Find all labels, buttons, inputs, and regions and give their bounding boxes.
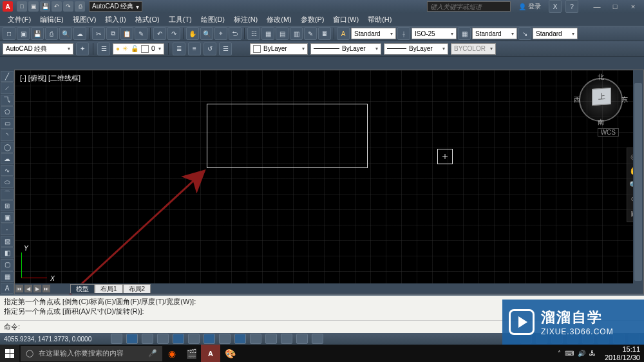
- viewcube-east[interactable]: 东: [621, 95, 628, 104]
- rectangle-icon[interactable]: ▭: [1, 118, 14, 129]
- linetype-dropdown[interactable]: ByLayer▾: [310, 43, 381, 55]
- circle-icon[interactable]: ◯: [1, 142, 14, 153]
- viewcube-top-face[interactable]: 上: [592, 88, 611, 106]
- layer-dropdown[interactable]: ● ☀ 🔓 0 ▾: [113, 43, 164, 55]
- dim-style-icon[interactable]: ⟊: [397, 27, 410, 40]
- menu-help[interactable]: 帮助(H): [364, 14, 395, 26]
- menu-edit[interactable]: 编辑(E): [36, 14, 68, 26]
- spline-icon[interactable]: ∿: [1, 165, 14, 176]
- new-file-icon[interactable]: □: [3, 27, 15, 40]
- tray-ime-icon[interactable]: ⌨: [565, 350, 574, 357]
- table-style-icon[interactable]: ▦: [458, 27, 471, 40]
- publish-icon[interactable]: ☁: [73, 27, 86, 40]
- tray-up-icon[interactable]: ˄: [558, 350, 561, 357]
- polygon-icon[interactable]: ⬠: [1, 106, 14, 117]
- lwt-toggle-icon[interactable]: [250, 334, 261, 344]
- taskbar-search[interactable]: ◯ 在这里输入你要搜索的内容 🎤: [21, 346, 162, 361]
- workspace-dropdown[interactable]: AutoCAD 经典 ▾: [89, 1, 142, 12]
- qp-toggle-icon[interactable]: [281, 334, 292, 344]
- menu-format[interactable]: 格式(O): [131, 14, 164, 26]
- sc-toggle-icon[interactable]: [296, 334, 308, 344]
- tab-model[interactable]: 模型: [70, 284, 95, 293]
- menu-parametric[interactable]: 参数(P): [297, 14, 328, 26]
- menu-insert[interactable]: 插入(I): [101, 14, 129, 26]
- view-cube[interactable]: 上 北 南 东 西: [575, 74, 627, 126]
- tab-last-icon[interactable]: ⏭: [43, 285, 50, 292]
- app-icon[interactable]: A: [3, 1, 13, 12]
- tray-network-icon[interactable]: 🖧: [589, 350, 596, 357]
- design-center-icon[interactable]: ▦: [261, 27, 274, 40]
- mleader-style-dropdown[interactable]: Standard▾: [533, 28, 578, 39]
- wcs-label[interactable]: WCS: [598, 128, 619, 137]
- tab-layout1[interactable]: 布局1: [95, 284, 123, 293]
- viewcube-west[interactable]: 西: [574, 95, 580, 104]
- table-style-dropdown[interactable]: Standard▾: [472, 28, 517, 39]
- point-icon[interactable]: ·: [1, 224, 14, 234]
- drawn-rectangle[interactable]: [207, 104, 368, 168]
- signin-button[interactable]: 👤 登录: [515, 2, 545, 11]
- menu-dimension[interactable]: 标注(N): [230, 14, 261, 26]
- zoom-prev-icon[interactable]: ⮌: [229, 27, 242, 40]
- tab-prev-icon[interactable]: ◀: [24, 285, 32, 292]
- tab-first-icon[interactable]: ⏮: [15, 285, 23, 292]
- tool-palette-icon[interactable]: ▤: [276, 27, 289, 40]
- tab-next-icon[interactable]: ▶: [33, 285, 41, 292]
- layer-props-icon[interactable]: ☰: [97, 43, 110, 55]
- zoom-icon[interactable]: 🔍: [200, 27, 213, 40]
- taskbar-app-autocad[interactable]: A: [201, 345, 220, 362]
- dyn-toggle-icon[interactable]: [234, 334, 246, 344]
- ortho-toggle-icon[interactable]: [142, 334, 153, 344]
- arc-icon[interactable]: ◝: [1, 129, 14, 140]
- taskbar-app-paint[interactable]: 🎨: [220, 345, 240, 362]
- mtext-icon[interactable]: A: [1, 283, 14, 294]
- system-tray[interactable]: ˄ ⌨ 🔊 🖧: [553, 350, 601, 357]
- open-file-icon[interactable]: ▣: [17, 27, 30, 40]
- xline-icon[interactable]: ⟋: [1, 82, 14, 93]
- help-search-input[interactable]: [427, 1, 511, 12]
- cut-icon[interactable]: ✂: [92, 27, 105, 40]
- start-button[interactable]: [0, 345, 19, 362]
- tray-volume-icon[interactable]: 🔊: [578, 350, 585, 357]
- menu-draw[interactable]: 绘图(D): [197, 14, 229, 26]
- layer-match-icon[interactable]: ≡: [188, 43, 201, 55]
- calc-icon[interactable]: 🖩: [318, 27, 331, 40]
- plot-icon[interactable]: ⎙: [45, 27, 58, 40]
- viewcube-south[interactable]: 南: [598, 118, 604, 127]
- save-file-icon[interactable]: 💾: [31, 27, 44, 40]
- workspace-combo[interactable]: AutoCAD 经典▾: [3, 43, 73, 55]
- minimize-button[interactable]: —: [589, 1, 605, 12]
- viewport-label[interactable]: [-] [俯视] [二维线框]: [19, 73, 82, 84]
- ellipse-icon[interactable]: ⬭: [1, 176, 14, 187]
- menu-file[interactable]: 文件(F): [4, 14, 35, 26]
- viewcube-north[interactable]: 北: [598, 73, 604, 82]
- text-style-dropdown[interactable]: Standard▾: [351, 28, 396, 39]
- ducs-toggle-icon[interactable]: [219, 334, 231, 344]
- tpy-toggle-icon[interactable]: [265, 334, 277, 344]
- taskbar-app-1[interactable]: ◉: [162, 345, 182, 362]
- markup-icon[interactable]: ✎: [304, 27, 317, 40]
- redo-icon[interactable]: ↷: [63, 1, 73, 12]
- region-icon[interactable]: ▢: [1, 259, 14, 270]
- save-icon[interactable]: 💾: [40, 1, 50, 12]
- taskbar-app-2[interactable]: 🎬: [182, 345, 201, 362]
- ucs-icon[interactable]: Y X: [19, 249, 51, 281]
- snap-toggle-icon[interactable]: [111, 334, 122, 344]
- preview-icon[interactable]: 🔍: [59, 27, 72, 40]
- dim-style-dropdown[interactable]: ISO-25▾: [412, 28, 457, 39]
- osnap3d-toggle-icon[interactable]: [188, 334, 200, 344]
- workspace-settings-icon[interactable]: ✦: [76, 43, 89, 55]
- pan-icon[interactable]: ✋: [186, 27, 199, 40]
- hatch-icon[interactable]: ▨: [1, 236, 14, 247]
- plotstyle-dropdown[interactable]: BYCOLOR▾: [451, 43, 496, 55]
- insert-icon[interactable]: ⊞: [1, 200, 14, 211]
- mic-icon[interactable]: 🎤: [148, 349, 157, 357]
- block-icon[interactable]: ▣: [1, 212, 14, 223]
- otrack-toggle-icon[interactable]: [204, 334, 215, 344]
- text-style-icon[interactable]: A: [337, 27, 350, 40]
- menu-modify[interactable]: 修改(M): [263, 14, 296, 26]
- sheet-set-icon[interactable]: ▥: [290, 27, 303, 40]
- tab-layout2[interactable]: 布局2: [123, 284, 151, 293]
- help-icon[interactable]: ?: [565, 0, 578, 13]
- lineweight-dropdown[interactable]: ByLayer▾: [384, 43, 448, 55]
- open-icon[interactable]: ▣: [28, 1, 39, 12]
